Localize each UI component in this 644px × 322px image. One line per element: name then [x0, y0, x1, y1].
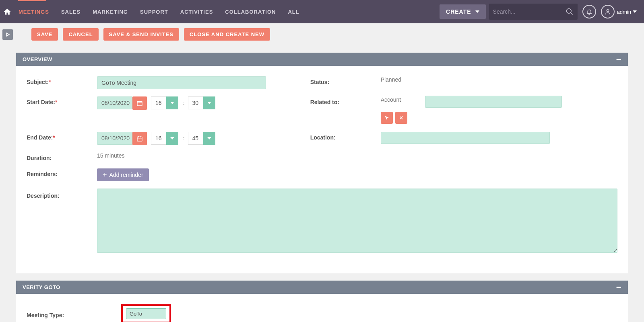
related-to-label: Related to:	[310, 96, 381, 105]
content-area: OVERVIEW − Subject:* Status: Planned Sta…	[0, 53, 644, 322]
end-date-input[interactable]: 08/10/2020	[97, 132, 132, 145]
related-clear-button[interactable]	[395, 112, 407, 124]
user-menu[interactable]: admin	[601, 5, 637, 18]
reminders-label: Reminders:	[27, 168, 97, 177]
duration-label: Duration:	[27, 152, 97, 161]
user-icon	[605, 8, 611, 15]
create-button[interactable]: CREATE	[440, 4, 486, 19]
calendar-icon	[136, 100, 143, 107]
end-hour-select[interactable]: 16	[151, 132, 178, 145]
status-label: Status:	[310, 76, 381, 85]
overview-header: OVERVIEW −	[16, 53, 628, 66]
related-select-button[interactable]	[381, 112, 393, 124]
add-reminder-button[interactable]: + Add reminder	[97, 168, 149, 181]
save-button[interactable]: SAVE	[31, 28, 58, 41]
verity-body: Meeting Type: GoTo	[16, 294, 628, 322]
caret-down-icon	[475, 10, 479, 13]
duration-value: 15 minutes	[97, 152, 310, 159]
nav-sales[interactable]: SALES	[61, 9, 80, 15]
save-send-invites-button[interactable]: SAVE & SEND INVITES	[103, 28, 179, 41]
location-label: Location:	[310, 132, 381, 141]
start-date-input[interactable]: 08/10/2020	[97, 96, 132, 109]
end-date-calendar-button[interactable]	[132, 132, 147, 145]
sidebar-toggle[interactable]	[2, 29, 13, 40]
nav-items: MEETINGS SALES MARKETING SUPPORT ACTIVIT…	[19, 9, 299, 15]
time-separator: :	[182, 132, 186, 145]
start-hour-select[interactable]: 16	[151, 96, 178, 109]
caret-down-icon	[207, 102, 211, 104]
subject-label: Subject:*	[27, 76, 97, 85]
svg-rect-9	[137, 137, 142, 141]
top-navbar: MEETINGS SALES MARKETING SUPPORT ACTIVIT…	[0, 0, 644, 23]
svg-point-0	[566, 9, 571, 14]
nav-marketing[interactable]: MARKETING	[93, 9, 128, 15]
start-date-label: Start Date:*	[27, 96, 97, 105]
close-create-new-button[interactable]: CLOSE AND CREATE NEW	[184, 28, 270, 41]
verity-title: VERITY GOTO	[23, 284, 60, 290]
active-tab-accent	[18, 0, 46, 1]
nav-all[interactable]: ALL	[288, 9, 299, 15]
start-date-calendar-button[interactable]	[132, 96, 147, 110]
close-icon	[399, 115, 404, 120]
end-min-select[interactable]: 45	[188, 132, 215, 145]
related-to-input[interactable]	[425, 96, 562, 108]
meeting-type-label: Meeting Type:	[27, 310, 121, 318]
nav-support[interactable]: SUPPORT	[140, 9, 168, 15]
start-min-select[interactable]: 30	[188, 96, 215, 109]
nav-activities[interactable]: ACTIVITIES	[180, 9, 213, 15]
user-avatar	[601, 5, 615, 18]
calendar-icon	[136, 135, 143, 142]
meeting-type-highlight: GoTo	[121, 304, 171, 322]
collapse-overview-button[interactable]: −	[616, 57, 621, 62]
home-button[interactable]	[0, 0, 14, 23]
caret-down-icon	[633, 10, 637, 13]
nav-meetings[interactable]: MEETINGS	[19, 9, 49, 15]
status-value: Planned	[381, 76, 617, 83]
svg-rect-3	[137, 101, 142, 106]
caret-down-icon	[170, 137, 174, 139]
action-bar: SAVE CANCEL SAVE & SEND INVITES CLOSE AN…	[0, 23, 644, 45]
overview-panel: OVERVIEW − Subject:* Status: Planned Sta…	[16, 53, 628, 273]
overview-body: Subject:* Status: Planned Start Date:* 0…	[16, 66, 628, 273]
plus-icon: +	[103, 172, 107, 178]
search-icon[interactable]	[566, 8, 574, 16]
svg-point-2	[607, 10, 609, 12]
cancel-button[interactable]: CANCEL	[63, 28, 98, 41]
description-label: Description:	[27, 189, 97, 254]
subject-input[interactable]	[97, 76, 266, 89]
cursor-icon	[384, 115, 390, 121]
caret-down-icon	[170, 102, 174, 104]
notifications-button[interactable]	[582, 5, 596, 18]
home-icon	[3, 8, 11, 16]
triangle-right-icon	[5, 32, 10, 37]
overview-title: OVERVIEW	[23, 56, 52, 62]
collapse-verity-button[interactable]: −	[616, 285, 621, 289]
verity-goto-panel: VERITY GOTO − Meeting Type: GoTo	[16, 281, 628, 322]
search-input[interactable]	[493, 8, 566, 15]
time-separator: :	[182, 96, 186, 109]
end-date-label: End Date:*	[27, 132, 97, 141]
description-input[interactable]	[97, 189, 617, 253]
user-label: admin	[617, 9, 631, 15]
nav-collaboration[interactable]: COLLABORATION	[225, 9, 276, 15]
create-label: CREATE	[446, 8, 471, 15]
bell-icon	[586, 8, 592, 15]
meeting-type-select[interactable]: GoTo	[126, 308, 166, 319]
location-input[interactable]	[381, 132, 550, 144]
svg-line-1	[570, 13, 572, 15]
caret-down-icon	[207, 137, 211, 139]
search-wrapper	[489, 4, 578, 20]
verity-header: VERITY GOTO −	[16, 281, 628, 294]
